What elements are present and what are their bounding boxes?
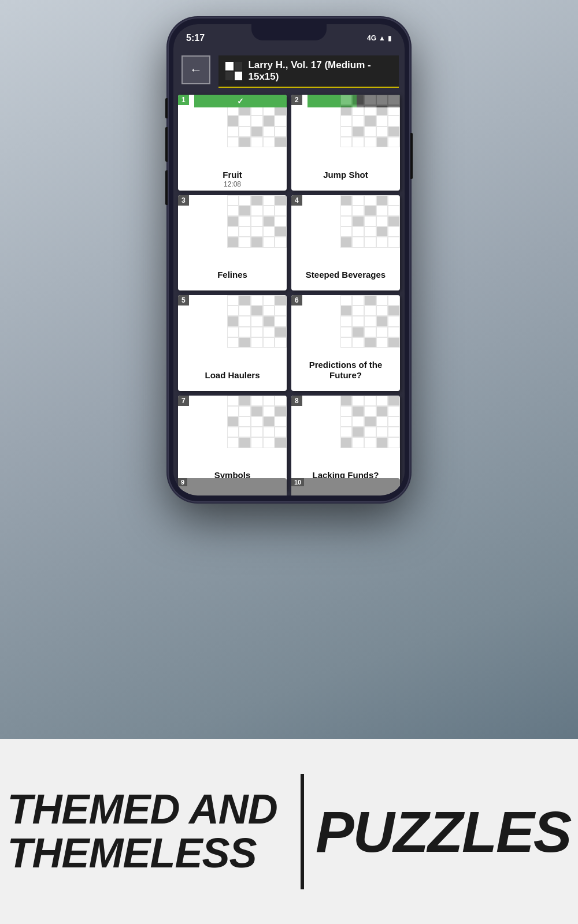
header-bar: Larry H., Vol. 17 (Medium - 15x15) bbox=[218, 55, 399, 88]
mini-grid-7 bbox=[227, 396, 287, 448]
puzzle-card-9-partial[interactable]: 9 bbox=[178, 478, 287, 495]
puzzle-card-1[interactable]: 1 ✓ Fruit 12:08 bbox=[178, 95, 287, 191]
puzzle-time-1: 12:08 bbox=[178, 180, 287, 188]
puzzles-container: 1 ✓ Fruit 12:08 2 bbox=[178, 95, 400, 491]
signal-icon: ▲ bbox=[379, 34, 386, 42]
puzzle-number-2: 2 bbox=[291, 95, 302, 105]
screen-content: ← Larry H., Vol. 17 (Medium - 15x15) 1 bbox=[173, 50, 405, 495]
status-time: 5:17 bbox=[186, 33, 205, 43]
mini-grid-5 bbox=[227, 295, 287, 348]
puzzle-card-6[interactable]: 6 Predictions of the Future? bbox=[291, 295, 400, 391]
puzzle-card-2[interactable]: 2 Jump Shot bbox=[291, 95, 400, 191]
promo-left-text: THEMED AND THEMELESS bbox=[8, 788, 289, 875]
puzzle-title-6: Predictions of the Future? bbox=[291, 360, 400, 381]
mini-grid-8 bbox=[340, 396, 400, 448]
puzzle-card-10-partial[interactable]: 10 bbox=[291, 478, 400, 495]
puzzle-card-4[interactable]: 4 Steeped Beverages bbox=[291, 195, 400, 291]
status-icons: 4G ▲ ▮ bbox=[367, 34, 392, 42]
puzzle-card-7[interactable]: 7 Symbols bbox=[178, 396, 287, 491]
partial-cards-row: 9 10 bbox=[178, 478, 400, 495]
completed-bar-1: ✓ bbox=[194, 95, 287, 107]
puzzle-number-3: 3 bbox=[178, 195, 189, 206]
puzzle-number-5: 5 bbox=[178, 295, 189, 305]
network-indicator: 4G bbox=[367, 34, 376, 42]
phone-volume-down-button bbox=[165, 170, 168, 205]
puzzle-number-4: 4 bbox=[291, 195, 302, 206]
puzzle-title-2: Jump Shot bbox=[291, 170, 400, 180]
promo-divider bbox=[301, 774, 304, 889]
phone-volume-up-button bbox=[165, 127, 168, 162]
puzzle-number-8: 8 bbox=[291, 396, 302, 406]
back-arrow-icon: ← bbox=[190, 62, 202, 77]
phone-power-button bbox=[410, 133, 413, 179]
phone-screen: 5:17 4G ▲ ▮ ← Larry H., Vol. 17 bbox=[173, 24, 405, 495]
checkmark-icon-1: ✓ bbox=[237, 96, 244, 106]
puzzle-card-8[interactable]: 8 Lacking Funds? bbox=[291, 396, 400, 491]
mini-grid-3 bbox=[227, 195, 287, 248]
puzzle-title-4: Steeped Beverages bbox=[291, 270, 400, 280]
grid-icon bbox=[225, 62, 242, 80]
puzzle-title-1: Fruit bbox=[178, 170, 287, 180]
puzzle-number-7: 7 bbox=[178, 396, 189, 406]
puzzle-title-5: Load Haulers bbox=[178, 370, 287, 381]
phone-frame: 5:17 4G ▲ ▮ ← Larry H., Vol. 17 bbox=[168, 17, 410, 502]
puzzle-card-5[interactable]: 5 Load Haulers bbox=[178, 295, 287, 391]
puzzle-number-6: 6 bbox=[291, 295, 302, 305]
mini-grid-6 bbox=[340, 295, 400, 348]
mini-grid-4 bbox=[340, 195, 400, 248]
puzzle-card-3[interactable]: 3 Felines bbox=[178, 195, 287, 291]
puzzle-number-9: 9 bbox=[178, 478, 187, 486]
back-button[interactable]: ← bbox=[181, 55, 210, 84]
mini-grid-2 bbox=[340, 95, 400, 147]
bottom-promo: THEMED AND THEMELESS PUZZLES bbox=[0, 739, 578, 924]
phone-side-button bbox=[165, 98, 168, 118]
puzzle-number-10: 10 bbox=[291, 478, 304, 486]
puzzle-title-3: Felines bbox=[178, 270, 287, 280]
phone-notch bbox=[251, 24, 327, 40]
puzzle-number-1: 1 bbox=[178, 95, 189, 105]
battery-icon: ▮ bbox=[388, 34, 392, 42]
header-title: Larry H., Vol. 17 (Medium - 15x15) bbox=[248, 59, 392, 83]
promo-right-text: PUZZLES bbox=[316, 799, 571, 865]
